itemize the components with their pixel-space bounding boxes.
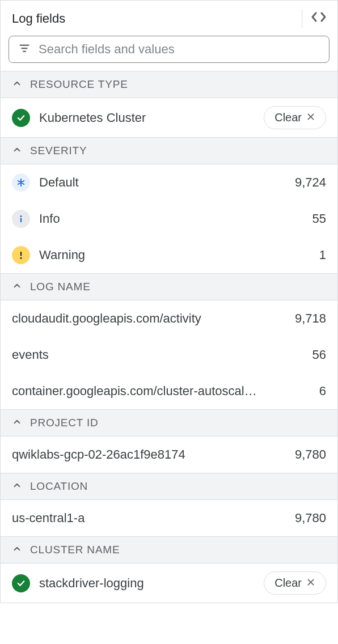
- search-input[interactable]: [39, 42, 320, 57]
- panel-title: Log fields: [12, 11, 65, 26]
- clear-label: Clear: [274, 577, 302, 590]
- asterisk-icon: [12, 173, 30, 192]
- svg-point-3: [20, 215, 22, 217]
- row-count: 9,718: [295, 311, 326, 326]
- svg-rect-1: [22, 48, 28, 49]
- row-count: 6: [319, 384, 326, 399]
- cluster-name-selected-row[interactable]: stackdriver-logging Clear: [1, 564, 337, 603]
- severity-row-warning[interactable]: Warning 1: [1, 237, 337, 273]
- resource-type-selected-row[interactable]: Kubernetes Cluster Clear: [1, 98, 337, 137]
- row-count: 55: [312, 211, 326, 226]
- section-label: RESOURCE TYPE: [30, 78, 128, 91]
- row-label: container.googleapis.com/cluster-autosca…: [12, 384, 310, 399]
- row-label: Kubernetes Cluster: [39, 111, 255, 125]
- location-row[interactable]: us-central1-a 9,780: [1, 500, 337, 536]
- row-label: events: [12, 348, 303, 362]
- row-label: Warning: [39, 248, 310, 262]
- filter-icon: [18, 42, 31, 57]
- row-count: 9,724: [295, 175, 326, 190]
- clear-cluster-name-button[interactable]: Clear: [264, 571, 326, 595]
- chevron-up-icon: [12, 480, 22, 493]
- chevron-up-icon: [12, 78, 22, 91]
- close-icon: [306, 111, 315, 124]
- chevron-up-icon: [12, 281, 22, 293]
- expand-panel-icon[interactable]: [311, 11, 326, 26]
- section-label: LOG NAME: [30, 281, 91, 293]
- chevron-up-icon: [12, 417, 22, 429]
- search-box[interactable]: [9, 36, 329, 63]
- section-header-resource-type[interactable]: RESOURCE TYPE: [1, 71, 337, 98]
- section-header-project-id[interactable]: PROJECT ID: [1, 409, 337, 437]
- clear-resource-type-button[interactable]: Clear: [264, 106, 326, 129]
- clear-label: Clear: [274, 111, 302, 124]
- close-icon: [306, 577, 315, 590]
- search-wrapper: [1, 36, 337, 71]
- checkmark-icon: [12, 574, 30, 592]
- svg-rect-5: [20, 252, 22, 256]
- row-label: Default: [39, 175, 286, 190]
- section-label: SEVERITY: [30, 145, 87, 157]
- severity-row-default[interactable]: Default 9,724: [1, 164, 337, 201]
- section-header-severity[interactable]: SEVERITY: [1, 137, 337, 164]
- log-name-row[interactable]: events 56: [1, 337, 337, 373]
- panel-header: Log fields: [1, 1, 337, 36]
- header-actions: [302, 10, 326, 28]
- info-icon: [12, 210, 30, 228]
- chevron-up-icon: [12, 145, 22, 157]
- row-count: 56: [312, 348, 326, 362]
- svg-rect-2: [23, 51, 26, 52]
- section-header-location[interactable]: LOCATION: [1, 473, 337, 500]
- project-id-row[interactable]: qwiklabs-gcp-02-26ac1f9e8174 9,780: [1, 437, 337, 473]
- row-label: qwiklabs-gcp-02-26ac1f9e8174: [12, 447, 286, 462]
- svg-rect-0: [20, 45, 29, 46]
- row-label: stackdriver-logging: [39, 576, 255, 591]
- section-label: LOCATION: [30, 480, 88, 493]
- row-count: 9,780: [295, 511, 326, 526]
- checkmark-icon: [12, 109, 30, 127]
- section-label: PROJECT ID: [30, 417, 99, 429]
- row-count: 9,780: [295, 447, 326, 462]
- severity-row-info[interactable]: Info 55: [1, 201, 337, 237]
- warning-icon: [12, 246, 30, 264]
- log-fields-panel: Log fields RESOURCE TYPE Kubernetes Clus…: [0, 0, 338, 603]
- row-label: Info: [39, 211, 303, 226]
- section-header-log-name[interactable]: LOG NAME: [1, 273, 337, 300]
- log-name-row[interactable]: container.googleapis.com/cluster-autosca…: [1, 373, 337, 409]
- svg-point-6: [20, 257, 22, 259]
- row-label: cloudaudit.googleapis.com/activity: [12, 311, 286, 326]
- chevron-up-icon: [12, 544, 22, 556]
- divider: [302, 10, 302, 28]
- row-count: 1: [319, 248, 326, 262]
- svg-rect-4: [20, 218, 22, 223]
- log-name-row[interactable]: cloudaudit.googleapis.com/activity 9,718: [1, 300, 337, 337]
- section-label: CLUSTER NAME: [30, 544, 120, 556]
- section-header-cluster-name[interactable]: CLUSTER NAME: [1, 536, 337, 564]
- row-label: us-central1-a: [12, 511, 286, 526]
